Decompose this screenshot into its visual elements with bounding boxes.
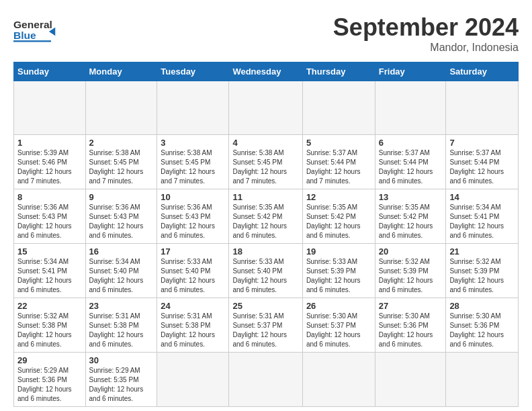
day-info: Sunrise: 5:32 AMSunset: 5:39 PMDaylight:… bbox=[449, 257, 515, 295]
day-info: Sunrise: 5:29 AMSunset: 5:36 PMDaylight:… bbox=[17, 366, 82, 404]
table-row: 23Sunrise: 5:31 AMSunset: 5:38 PMDayligh… bbox=[85, 298, 157, 353]
table-row bbox=[157, 81, 229, 135]
day-info: Sunrise: 5:37 AMSunset: 5:44 PMDaylight:… bbox=[379, 148, 443, 186]
table-row: 13Sunrise: 5:35 AMSunset: 5:42 PMDayligh… bbox=[375, 189, 446, 244]
day-number: 24 bbox=[161, 301, 225, 311]
day-number: 26 bbox=[306, 301, 371, 311]
table-row: 25Sunrise: 5:31 AMSunset: 5:37 PMDayligh… bbox=[229, 298, 302, 353]
table-row: 15Sunrise: 5:34 AMSunset: 5:41 PMDayligh… bbox=[14, 244, 86, 298]
svg-text:Blue: Blue bbox=[13, 30, 36, 41]
day-info: Sunrise: 5:31 AMSunset: 5:38 PMDaylight:… bbox=[89, 312, 154, 349]
table-row: 4Sunrise: 5:38 AMSunset: 5:45 PMDaylight… bbox=[229, 135, 302, 189]
table-row: 24Sunrise: 5:31 AMSunset: 5:38 PMDayligh… bbox=[157, 298, 229, 353]
day-info: Sunrise: 5:35 AMSunset: 5:42 PMDaylight:… bbox=[306, 203, 371, 240]
header-saturday: Saturday bbox=[446, 62, 519, 81]
day-number: 5 bbox=[306, 138, 371, 148]
table-row: 10Sunrise: 5:36 AMSunset: 5:43 PMDayligh… bbox=[157, 189, 229, 244]
table-row: 12Sunrise: 5:35 AMSunset: 5:42 PMDayligh… bbox=[302, 189, 375, 244]
day-number: 30 bbox=[89, 355, 154, 365]
table-row: 30Sunrise: 5:29 AMSunset: 5:35 PMDayligh… bbox=[85, 353, 157, 407]
day-number: 8 bbox=[17, 192, 82, 202]
table-row bbox=[229, 353, 302, 407]
table-row bbox=[85, 81, 157, 135]
day-info: Sunrise: 5:32 AMSunset: 5:39 PMDaylight:… bbox=[379, 257, 443, 295]
table-row: 16Sunrise: 5:34 AMSunset: 5:40 PMDayligh… bbox=[85, 244, 157, 298]
svg-text:General: General bbox=[13, 19, 52, 30]
calendar-table: Sunday Monday Tuesday Wednesday Thursday… bbox=[13, 62, 519, 407]
day-number: 10 bbox=[161, 192, 225, 202]
table-row: 6Sunrise: 5:37 AMSunset: 5:44 PMDaylight… bbox=[375, 135, 446, 189]
header: General Blue September 2024 Mandor, Indo… bbox=[13, 13, 519, 54]
day-info: Sunrise: 5:30 AMSunset: 5:36 PMDaylight:… bbox=[379, 312, 443, 349]
table-row: 27Sunrise: 5:30 AMSunset: 5:36 PMDayligh… bbox=[375, 298, 446, 353]
day-number: 25 bbox=[232, 301, 298, 311]
table-row: 29Sunrise: 5:29 AMSunset: 5:36 PMDayligh… bbox=[14, 353, 86, 407]
day-info: Sunrise: 5:33 AMSunset: 5:39 PMDaylight:… bbox=[306, 257, 371, 295]
table-row bbox=[14, 81, 86, 135]
header-sunday: Sunday bbox=[14, 62, 86, 81]
table-row: 9Sunrise: 5:36 AMSunset: 5:43 PMDaylight… bbox=[85, 189, 157, 244]
day-number: 3 bbox=[161, 138, 225, 148]
table-row bbox=[302, 81, 375, 135]
table-row: 18Sunrise: 5:33 AMSunset: 5:40 PMDayligh… bbox=[229, 244, 302, 298]
day-info: Sunrise: 5:35 AMSunset: 5:42 PMDaylight:… bbox=[232, 203, 298, 240]
table-row bbox=[375, 353, 446, 407]
weekday-header-row: Sunday Monday Tuesday Wednesday Thursday… bbox=[14, 62, 519, 81]
table-row: 17Sunrise: 5:33 AMSunset: 5:40 PMDayligh… bbox=[157, 244, 229, 298]
svg-rect-3 bbox=[13, 40, 51, 42]
table-row: 7Sunrise: 5:37 AMSunset: 5:44 PMDaylight… bbox=[446, 135, 519, 189]
day-number: 1 bbox=[17, 138, 82, 148]
header-thursday: Thursday bbox=[302, 62, 375, 81]
table-row: 14Sunrise: 5:34 AMSunset: 5:41 PMDayligh… bbox=[446, 189, 519, 244]
header-tuesday: Tuesday bbox=[157, 62, 229, 81]
header-friday: Friday bbox=[375, 62, 446, 81]
table-row bbox=[302, 353, 375, 407]
page: General Blue September 2024 Mandor, Indo… bbox=[0, 0, 532, 411]
table-row: 11Sunrise: 5:35 AMSunset: 5:42 PMDayligh… bbox=[229, 189, 302, 244]
logo: General Blue bbox=[13, 13, 60, 47]
table-row: 22Sunrise: 5:32 AMSunset: 5:38 PMDayligh… bbox=[14, 298, 86, 353]
day-number: 9 bbox=[89, 192, 154, 202]
day-info: Sunrise: 5:38 AMSunset: 5:45 PMDaylight:… bbox=[232, 148, 298, 186]
location: Mandor, Indonesia bbox=[333, 42, 519, 54]
day-number: 19 bbox=[306, 246, 371, 257]
day-number: 6 bbox=[379, 138, 443, 148]
day-info: Sunrise: 5:33 AMSunset: 5:40 PMDaylight:… bbox=[161, 257, 225, 295]
day-info: Sunrise: 5:36 AMSunset: 5:43 PMDaylight:… bbox=[89, 203, 154, 240]
month-title: September 2024 bbox=[333, 13, 519, 42]
day-info: Sunrise: 5:36 AMSunset: 5:43 PMDaylight:… bbox=[17, 203, 82, 240]
table-row bbox=[375, 81, 446, 135]
day-number: 20 bbox=[379, 246, 443, 257]
day-number: 14 bbox=[449, 192, 515, 202]
table-row: 28Sunrise: 5:30 AMSunset: 5:36 PMDayligh… bbox=[446, 298, 519, 353]
day-info: Sunrise: 5:31 AMSunset: 5:37 PMDaylight:… bbox=[232, 312, 298, 349]
day-number: 15 bbox=[17, 246, 82, 257]
day-info: Sunrise: 5:38 AMSunset: 5:45 PMDaylight:… bbox=[161, 148, 225, 186]
table-row bbox=[229, 81, 302, 135]
day-number: 29 bbox=[17, 355, 82, 365]
day-number: 2 bbox=[89, 138, 154, 148]
table-row: 26Sunrise: 5:30 AMSunset: 5:37 PMDayligh… bbox=[302, 298, 375, 353]
table-row: 20Sunrise: 5:32 AMSunset: 5:39 PMDayligh… bbox=[375, 244, 446, 298]
table-row: 8Sunrise: 5:36 AMSunset: 5:43 PMDaylight… bbox=[14, 189, 86, 244]
day-number: 23 bbox=[89, 301, 154, 311]
header-monday: Monday bbox=[85, 62, 157, 81]
day-info: Sunrise: 5:29 AMSunset: 5:35 PMDaylight:… bbox=[89, 366, 154, 404]
day-number: 16 bbox=[89, 246, 154, 257]
day-info: Sunrise: 5:37 AMSunset: 5:44 PMDaylight:… bbox=[306, 148, 371, 186]
header-wednesday: Wednesday bbox=[229, 62, 302, 81]
table-row bbox=[157, 353, 229, 407]
day-number: 11 bbox=[232, 192, 298, 202]
day-info: Sunrise: 5:36 AMSunset: 5:43 PMDaylight:… bbox=[161, 203, 225, 240]
day-info: Sunrise: 5:34 AMSunset: 5:41 PMDaylight:… bbox=[449, 203, 515, 240]
day-info: Sunrise: 5:30 AMSunset: 5:36 PMDaylight:… bbox=[449, 312, 515, 349]
table-row: 5Sunrise: 5:37 AMSunset: 5:44 PMDaylight… bbox=[302, 135, 375, 189]
day-info: Sunrise: 5:33 AMSunset: 5:40 PMDaylight:… bbox=[232, 257, 298, 295]
day-number: 28 bbox=[449, 301, 515, 311]
day-number: 27 bbox=[379, 301, 443, 311]
day-info: Sunrise: 5:32 AMSunset: 5:38 PMDaylight:… bbox=[17, 312, 82, 349]
day-info: Sunrise: 5:38 AMSunset: 5:45 PMDaylight:… bbox=[89, 148, 154, 186]
day-info: Sunrise: 5:39 AMSunset: 5:46 PMDaylight:… bbox=[17, 148, 82, 186]
day-number: 18 bbox=[232, 246, 298, 257]
table-row: 1Sunrise: 5:39 AMSunset: 5:46 PMDaylight… bbox=[14, 135, 86, 189]
